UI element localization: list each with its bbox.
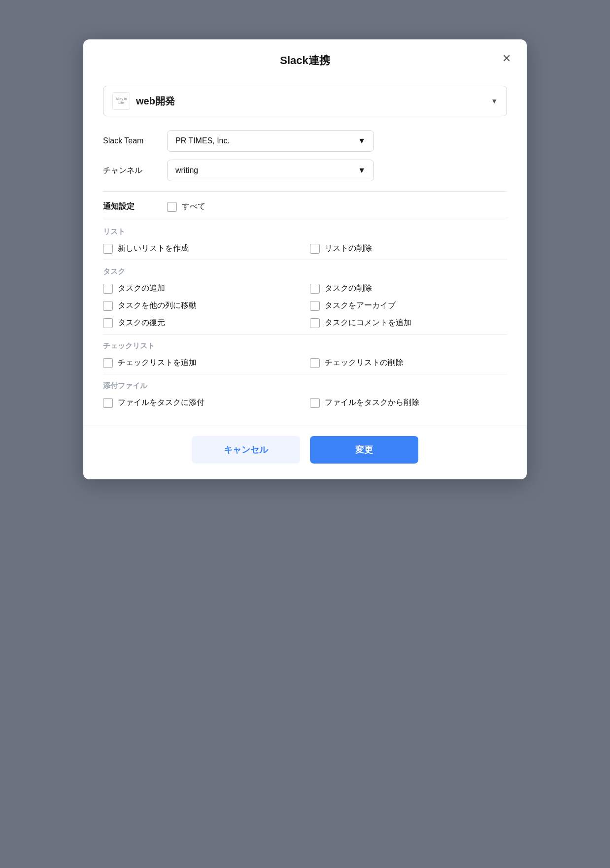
checkbox-create-list[interactable]: [103, 244, 113, 254]
checkbox-item-delete-checklist: チェックリストの削除: [310, 358, 507, 368]
checkbox-item-delete-task: タスクの削除: [310, 283, 507, 294]
category-title-checklist: チェックリスト: [103, 341, 507, 351]
checkbox-item-create-list: 新しいリストを作成: [103, 243, 300, 254]
checkbox-label-restore-task: タスクの復元: [118, 318, 165, 328]
modal-overlay: Slack連携 ✕ Alley in Life web開発 ▼ Slack Te…: [0, 20, 610, 868]
checkbox-item-add-task: タスクの追加: [103, 283, 300, 294]
checkbox-item-move-task: タスクを他の列に移動: [103, 300, 300, 311]
project-selector[interactable]: Alley in Life web開発 ▼: [103, 86, 507, 116]
checkbox-archive-task[interactable]: [310, 301, 320, 311]
notification-header-row: 通知設定 すべて: [103, 201, 507, 212]
category-section-checklist: チェックリストチェックリストを追加チェックリストの削除: [103, 334, 507, 368]
channel-dropdown-arrow: ▼: [358, 166, 366, 175]
slack-team-label: Slack Team: [103, 136, 167, 145]
all-checkbox-label: すべて: [182, 201, 205, 212]
checkbox-remove-file[interactable]: [310, 398, 320, 408]
channel-row: チャンネル writing ▼: [103, 160, 507, 181]
checkbox-grid-attachment: ファイルをタスクに添付ファイルをタスクから削除: [103, 398, 507, 408]
checkbox-label-comment-task: タスクにコメントを追加: [325, 318, 411, 328]
channel-select[interactable]: writing ▼: [167, 160, 374, 181]
checkbox-label-delete-checklist: チェックリストの削除: [325, 358, 404, 368]
checkbox-label-delete-list: リストの削除: [325, 243, 372, 254]
category-title-task: タスク: [103, 267, 507, 276]
modal-header: Slack連携 ✕: [83, 39, 527, 78]
checkbox-label-add-task: タスクの追加: [118, 283, 165, 294]
close-button[interactable]: ✕: [500, 51, 513, 66]
modal-body: Alley in Life web開発 ▼ Slack Team PR TIME…: [83, 78, 527, 426]
save-button[interactable]: 変更: [310, 436, 418, 464]
checkbox-grid-list: 新しいリストを作成リストの削除: [103, 243, 507, 254]
checkbox-label-archive-task: タスクをアーカイブ: [325, 300, 396, 311]
checkbox-label-remove-file: ファイルをタスクから削除: [325, 398, 419, 408]
checkbox-grid-task: タスクの追加タスクの削除タスクを他の列に移動タスクをアーカイブタスクの復元タスク…: [103, 283, 507, 328]
category-section-task: タスクタスクの追加タスクの削除タスクを他の列に移動タスクをアーカイブタスクの復元…: [103, 260, 507, 328]
notification-settings-label: 通知設定: [103, 201, 167, 212]
modal-dialog: Slack連携 ✕ Alley in Life web開発 ▼ Slack Te…: [83, 39, 527, 479]
slack-team-dropdown-arrow: ▼: [358, 136, 366, 145]
checkbox-label-add-checklist: チェックリストを追加: [118, 358, 197, 368]
category-divider-attachment: [103, 374, 507, 374]
checkbox-item-remove-file: ファイルをタスクから削除: [310, 398, 507, 408]
categories-container: リスト新しいリストを作成リストの削除タスクタスクの追加タスクの削除タスクを他の列…: [103, 220, 507, 408]
slack-team-value: PR TIMES, Inc.: [175, 136, 230, 145]
category-section-list: リスト新しいリストを作成リストの削除: [103, 220, 507, 254]
checkbox-label-attach-file: ファイルをタスクに添付: [118, 398, 204, 408]
checkbox-restore-task[interactable]: [103, 318, 113, 328]
checkbox-delete-task[interactable]: [310, 284, 320, 294]
checkbox-add-checklist[interactable]: [103, 358, 113, 368]
category-divider-list: [103, 220, 507, 220]
category-section-attachment: 添付ファイルファイルをタスクに添付ファイルをタスクから削除: [103, 374, 507, 408]
all-checkbox-wrapper: すべて: [167, 201, 205, 212]
category-divider-task: [103, 260, 507, 260]
checkbox-grid-checklist: チェックリストを追加チェックリストの削除: [103, 358, 507, 368]
checkbox-item-restore-task: タスクの復元: [103, 318, 300, 328]
checkbox-delete-list[interactable]: [310, 244, 320, 254]
checkbox-comment-task[interactable]: [310, 318, 320, 328]
project-name: web開発: [136, 95, 491, 108]
checkbox-label-move-task: タスクを他の列に移動: [118, 300, 197, 311]
project-dropdown-arrow: ▼: [491, 97, 498, 105]
slack-team-select[interactable]: PR TIMES, Inc. ▼: [167, 130, 374, 152]
checkbox-delete-checklist[interactable]: [310, 358, 320, 368]
channel-label: チャンネル: [103, 166, 167, 176]
checkbox-label-create-list: 新しいリストを作成: [118, 243, 189, 254]
channel-value: writing: [175, 166, 198, 175]
checkbox-item-delete-list: リストの削除: [310, 243, 507, 254]
category-title-attachment: 添付ファイル: [103, 381, 507, 391]
modal-title: Slack連携: [280, 53, 330, 68]
category-title-list: リスト: [103, 227, 507, 236]
cancel-button[interactable]: キャンセル: [192, 436, 300, 464]
section-divider-top: [103, 191, 507, 192]
checkbox-move-task[interactable]: [103, 301, 113, 311]
checkbox-add-task[interactable]: [103, 284, 113, 294]
modal-footer: キャンセル 変更: [83, 426, 527, 479]
project-logo: Alley in Life: [112, 92, 130, 110]
checkbox-item-attach-file: ファイルをタスクに添付: [103, 398, 300, 408]
all-checkbox[interactable]: [167, 202, 177, 212]
category-divider-checklist: [103, 334, 507, 334]
checkbox-item-comment-task: タスクにコメントを追加: [310, 318, 507, 328]
checkbox-attach-file[interactable]: [103, 398, 113, 408]
checkbox-item-add-checklist: チェックリストを追加: [103, 358, 300, 368]
slack-team-row: Slack Team PR TIMES, Inc. ▼: [103, 130, 507, 152]
checkbox-item-archive-task: タスクをアーカイブ: [310, 300, 507, 311]
checkbox-label-delete-task: タスクの削除: [325, 283, 372, 294]
